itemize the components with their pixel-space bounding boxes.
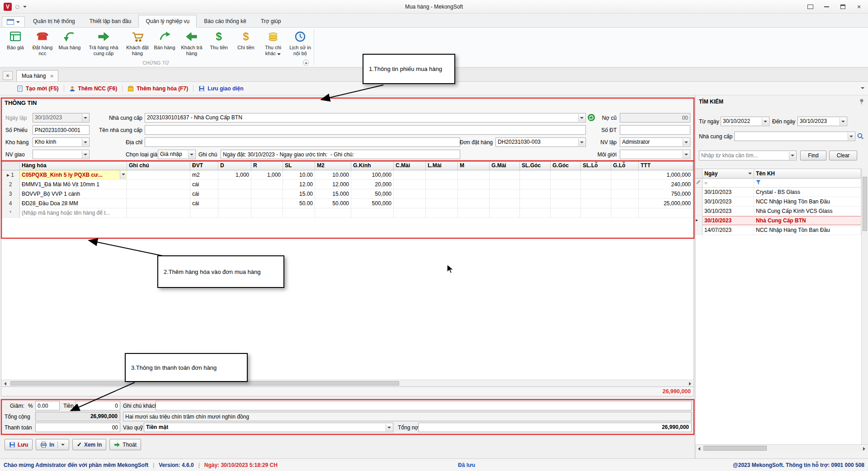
- thanh-toan-input[interactable]: [35, 423, 120, 432]
- row-indicator[interactable]: 2: [1, 180, 20, 189]
- dropdown-caret-icon[interactable]: [188, 151, 195, 158]
- ribbon-dat-hang-ncc[interactable]: ☎ Đặt hàng ncc: [29, 28, 56, 57]
- dropdown-caret-icon[interactable]: [683, 151, 689, 158]
- column-header-g_lo[interactable]: G.Lỗ: [611, 161, 639, 170]
- cell-l_mai[interactable]: [426, 170, 458, 179]
- giam-tien-input[interactable]: [75, 401, 120, 410]
- cell-g_goc[interactable]: [551, 180, 581, 189]
- cell-l_mai[interactable]: [426, 208, 458, 217]
- cell-g_goc[interactable]: [551, 170, 581, 179]
- print-options-caret-icon[interactable]: [61, 444, 65, 446]
- cell-g_kinh[interactable]: 100,000: [351, 170, 394, 179]
- cell-hang_hoa[interactable]: ĐD28_Đầu Doa 28 MM: [20, 199, 127, 208]
- filter-operator[interactable]: =: [703, 179, 754, 187]
- cell-ghi_chu[interactable]: [127, 208, 190, 217]
- scroll-right-icon[interactable]: [687, 382, 693, 386]
- cell-dvt[interactable]: cái: [190, 199, 218, 208]
- close-tab-icon[interactable]: ✕: [50, 74, 53, 79]
- vao-quy-combo[interactable]: Tiền mặt: [144, 423, 393, 432]
- no-cu-input[interactable]: [620, 113, 690, 122]
- row-indicator[interactable]: *: [1, 208, 20, 217]
- cell-sl_lo[interactable]: [581, 189, 611, 198]
- minimize-button[interactable]: [818, 0, 835, 14]
- column-header-sl_goc[interactable]: SL.Góc: [520, 161, 551, 170]
- items-grid-row[interactable]: 2ĐMMV1_Đá Mài Mỏ Vịt 10mm 1cái12.0012.00…: [1, 180, 693, 189]
- maximize-button[interactable]: [835, 0, 851, 14]
- cell-l_mai[interactable]: [426, 180, 458, 189]
- filter-row[interactable]: =: [695, 179, 861, 188]
- search-result-row[interactable]: 30/10/2023NCC Nhập Hàng Tồn Ban Đầu: [695, 197, 861, 207]
- cell-g_kinh[interactable]: [351, 208, 394, 217]
- document-tab-mua-hang[interactable]: Mua hàng ✕: [16, 70, 58, 81]
- create-new-button[interactable]: Tạo mới (F5): [12, 82, 64, 95]
- cell-r[interactable]: [251, 180, 283, 189]
- search-result-row[interactable]: ▸30/10/2023Nhà Cung Cấp BTN: [695, 216, 861, 226]
- moi-gioi-combo[interactable]: [620, 150, 690, 159]
- row-indicator[interactable]: 4: [1, 199, 20, 208]
- dropdown-caret-icon[interactable]: [848, 132, 854, 140]
- giam-percent-input[interactable]: [35, 401, 60, 410]
- cell-ttt[interactable]: 1,000,000: [639, 170, 693, 179]
- column-header-ttt[interactable]: TTT: [639, 161, 693, 170]
- cell-dropdown-caret-icon[interactable]: [120, 171, 126, 179]
- cell-ten-kh[interactable]: Crystal - BS Glass: [754, 188, 861, 197]
- dia-chi-input[interactable]: [145, 137, 460, 147]
- ribbon-bao-gia[interactable]: Báo giá: [2, 28, 29, 57]
- save-layout-button[interactable]: Lưu giao diện: [193, 82, 248, 95]
- scrollbar-thumb[interactable]: [703, 446, 767, 451]
- column-header-g_kinh[interactable]: G.Kính: [351, 161, 394, 170]
- search-ncc-combo[interactable]: [734, 132, 855, 141]
- cell-ngay[interactable]: 30/10/2023: [703, 207, 754, 216]
- cell-g_kinh[interactable]: 20,000: [351, 180, 394, 189]
- items-grid-row[interactable]: *(Nhập mã hàng hoặc tên hàng để t...: [1, 208, 693, 218]
- items-grid-hscrollbar[interactable]: [1, 380, 693, 386]
- cell-dvt[interactable]: [190, 208, 218, 217]
- dropdown-caret-icon[interactable]: [789, 151, 796, 160]
- pin-icon[interactable]: [859, 99, 864, 105]
- cell-l_mai[interactable]: [426, 189, 458, 198]
- cell-m[interactable]: [458, 170, 490, 179]
- dropdown-caret-icon[interactable]: [840, 118, 846, 125]
- cell-ngay[interactable]: 30/10/2023: [703, 216, 754, 225]
- don-dat-hang-combo[interactable]: DH20231030-003: [495, 137, 586, 147]
- cell-m2[interactable]: 15.000: [315, 189, 351, 198]
- cell-dvt[interactable]: cái: [190, 180, 218, 189]
- cell-ghi_chu[interactable]: [127, 189, 190, 198]
- ribbon-tra-hang-ncc[interactable]: Trả hàng nhà cung cấp: [83, 28, 124, 57]
- cell-c_mai[interactable]: [394, 180, 426, 189]
- ghi-chu-input[interactable]: [221, 150, 460, 159]
- cell-ten-kh[interactable]: NCC Nhập Hàng Tồn Ban Đầu: [754, 197, 861, 206]
- cell-g_lo[interactable]: [611, 208, 639, 217]
- so-dt-input[interactable]: [620, 125, 690, 135]
- ngay-lap-picker[interactable]: 30/10/2023: [33, 113, 90, 122]
- cell-d[interactable]: [218, 199, 251, 208]
- cell-g_mai[interactable]: [490, 189, 520, 198]
- tu-ngay-picker[interactable]: 30/10/2022: [721, 117, 769, 126]
- nv-lap-combo[interactable]: Admistrator: [620, 137, 690, 147]
- cell-sl[interactable]: 15.00: [283, 189, 315, 198]
- cell-g_mai[interactable]: [490, 180, 520, 189]
- toolbar-overflow-caret-icon[interactable]: [861, 87, 864, 89]
- refresh-supplier-icon[interactable]: [587, 113, 595, 122]
- column-header-ghi_chu[interactable]: Ghi chú: [127, 161, 190, 170]
- cell-ttt[interactable]: 750,000: [639, 189, 693, 198]
- column-header-l_mai[interactable]: L.Mài: [426, 161, 458, 170]
- cell-sl_lo[interactable]: [581, 208, 611, 217]
- cell-d[interactable]: [218, 180, 251, 189]
- cell-ttt[interactable]: 25,000,000: [639, 199, 693, 208]
- cell-dvt[interactable]: cái: [190, 189, 218, 198]
- filter-icon[interactable]: [754, 179, 861, 187]
- cell-d[interactable]: [218, 208, 251, 217]
- cell-ghi_chu[interactable]: [127, 170, 190, 179]
- cell-m[interactable]: [458, 180, 490, 189]
- cell-g_goc[interactable]: [551, 208, 581, 217]
- cell-ngay[interactable]: 30/10/2023: [703, 188, 754, 197]
- cell-g_goc[interactable]: [551, 199, 581, 208]
- scrollbar-thumb[interactable]: [863, 177, 867, 231]
- cell-dvt[interactable]: m2: [190, 170, 218, 179]
- search-result-row[interactable]: 14/07/2023NCC Nhập Hàng Tồn Ban Đầu: [695, 226, 861, 235]
- cell-g_lo[interactable]: [611, 170, 639, 179]
- cell-hang_hoa[interactable]: BOVVP_Bộ VVP 1 cánh: [20, 189, 127, 198]
- dropdown-caret-icon[interactable]: [386, 424, 392, 431]
- cell-c_mai[interactable]: [394, 208, 426, 217]
